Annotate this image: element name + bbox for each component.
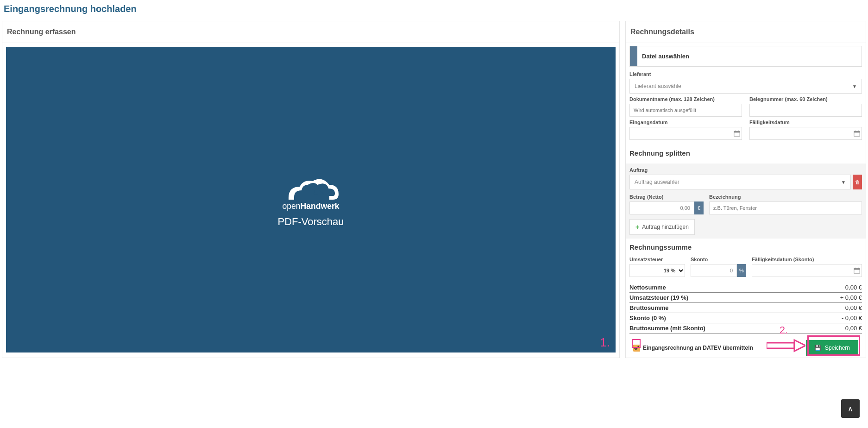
- file-progress-bar: [630, 46, 637, 66]
- label-bezeichnung: Bezeichnung: [709, 194, 862, 200]
- sum-lines: Nettosumme0,00 € Umsatzsteuer (19 %)+ 0,…: [629, 283, 862, 334]
- svg-rect-13: [767, 343, 794, 348]
- label-skonto: Skonto: [691, 257, 746, 262]
- label-belegnummer: Belegnummer (max. 60 Zeichen): [749, 96, 862, 102]
- delete-auftrag-button[interactable]: 🗑: [853, 175, 862, 189]
- panel-details: Rechnungsdetails Datei auswählen Liefera…: [625, 21, 866, 358]
- label-faellig-skonto: Fälligkeitsdatum (Skonto): [752, 257, 862, 262]
- sum-line: Umsatzsteuer (19 %)+ 0,00 €: [629, 293, 862, 303]
- svg-rect-3: [735, 131, 736, 132]
- svg-marker-14: [794, 340, 805, 351]
- unit-percent: %: [737, 264, 746, 277]
- save-icon: 💾: [814, 345, 821, 351]
- label-betrag: Betrag (Netto): [629, 194, 704, 200]
- calendar-icon[interactable]: [734, 130, 740, 137]
- annotation-1: 1.: [600, 335, 610, 350]
- datev-checkbox-label: Eingangsrechnung an DATEV übermitteln: [643, 345, 753, 351]
- label-faelligkeitsdatum: Fälligkeitsdatum: [749, 120, 862, 125]
- label-eingangsdatum: Eingangsdatum: [629, 120, 742, 125]
- input-skonto[interactable]: [691, 264, 737, 277]
- section-summe-title: Rechnungssumme: [626, 239, 866, 254]
- openhandwerk-logo: openHandwerk: [274, 171, 348, 213]
- svg-rect-11: [855, 268, 856, 269]
- svg-rect-7: [855, 131, 856, 132]
- pdf-preview-caption: PDF-Vorschau: [274, 216, 348, 228]
- input-dokumentname[interactable]: [629, 104, 742, 117]
- input-faelligkeitsdatum[interactable]: [749, 127, 862, 140]
- section-splitten-title: Rechnung splitten: [626, 145, 866, 160]
- panel-erfassen-header: Rechnung erfassen: [2, 21, 619, 43]
- svg-rect-8: [858, 131, 859, 132]
- dropdown-auftrag-placeholder: Auftrag auswähler: [635, 179, 679, 185]
- sum-line: Nettosumme0,00 €: [629, 283, 862, 293]
- input-faellig-skonto[interactable]: [752, 264, 862, 277]
- unit-euro: €: [694, 201, 704, 214]
- annotation-2: 2.: [780, 324, 788, 336]
- input-belegnummer[interactable]: [749, 104, 862, 117]
- caret-down-icon: ▼: [841, 180, 846, 185]
- input-betrag[interactable]: [629, 201, 694, 214]
- datev-checkbox[interactable]: [633, 345, 640, 352]
- trash-icon: 🗑: [855, 179, 860, 185]
- input-bezeichnung[interactable]: [709, 201, 862, 214]
- annotation-arrow: [767, 338, 805, 353]
- datev-checkbox-wrap[interactable]: Eingangsrechnung an DATEV übermitteln: [633, 345, 753, 352]
- calendar-icon[interactable]: [854, 130, 860, 137]
- panel-erfassen: Rechnung erfassen openHandwerk PDF-Vorsc…: [2, 21, 620, 358]
- label-lieferant: Lieferant: [629, 71, 862, 77]
- svg-rect-12: [858, 268, 859, 269]
- calendar-icon[interactable]: [854, 267, 860, 274]
- add-auftrag-label: Auftrag hinzufügen: [642, 224, 689, 230]
- pdf-preview-area: openHandwerk PDF-Vorschau 1.: [6, 47, 616, 352]
- svg-text:openHandwerk: openHandwerk: [282, 201, 339, 211]
- save-button[interactable]: 💾 Speichern: [806, 340, 858, 356]
- dropdown-lieferant-placeholder: Lieferant auswähle: [635, 83, 681, 89]
- panel-details-header: Rechnungsdetails: [626, 21, 866, 43]
- file-select-row[interactable]: Datei auswählen: [629, 46, 862, 67]
- sum-line: Bruttosumme (mit Skonto)0,00 €: [629, 323, 862, 334]
- dropdown-lieferant[interactable]: Lieferant auswähle ▼: [629, 79, 862, 94]
- input-eingangsdatum[interactable]: [629, 127, 742, 140]
- label-auftrag: Auftrag: [629, 167, 862, 173]
- sum-line: Skonto (0 %)- 0,00 €: [629, 313, 862, 323]
- svg-rect-4: [738, 131, 739, 132]
- file-select-label[interactable]: Datei auswählen: [637, 46, 862, 66]
- caret-down-icon: ▼: [852, 84, 857, 89]
- sum-line: Bruttosumme0,00 €: [629, 303, 862, 313]
- save-button-label: Speichern: [825, 345, 850, 351]
- dropdown-auftrag[interactable]: Auftrag auswähler ▼: [629, 175, 851, 189]
- page-title: Eingangsrechnung hochladen: [2, 0, 866, 21]
- add-auftrag-button[interactable]: + Auftrag hinzufügen: [629, 219, 695, 235]
- plus-icon: +: [635, 223, 639, 231]
- label-dokumentname: Dokumentname (max. 128 Zeichen): [629, 96, 742, 102]
- label-umsatzsteuer: Umsatzsteuer: [629, 257, 685, 262]
- select-umsatzsteuer[interactable]: 19 %: [629, 264, 685, 277]
